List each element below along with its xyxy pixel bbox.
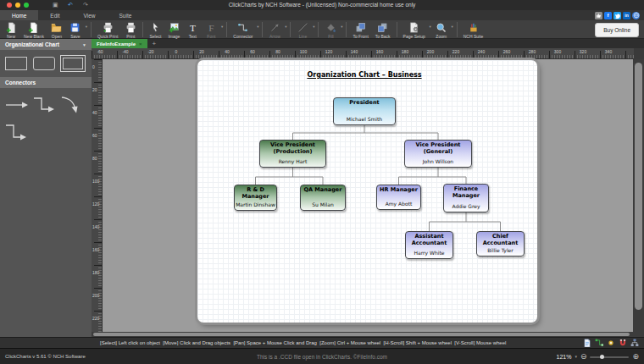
ruler-label: 300 (554, 49, 561, 54)
connector-curved-arrow[interactable] (59, 93, 86, 116)
open-folder-icon (51, 22, 62, 33)
org-node-vp-production[interactable]: Vice President (Production) Renny Hart (259, 140, 326, 168)
save-button[interactable]: Save ▾ (66, 21, 85, 38)
zoom-dropdown-icon[interactable]: ▾ (451, 25, 452, 29)
zoom-level-value[interactable]: 121% (556, 354, 571, 360)
ruler-label: 340 (605, 49, 612, 54)
zoom-slider[interactable] (590, 353, 629, 361)
connector-straight-arrow[interactable] (3, 93, 30, 116)
zoom-level-dropdown-icon[interactable]: ▾ (575, 354, 577, 359)
shape-rectangle[interactable] (5, 57, 27, 70)
fill-dropdown-icon[interactable]: ▾ (341, 25, 342, 29)
connector-button[interactable]: Connector ▾ (230, 21, 256, 38)
print-button[interactable]: Print (121, 21, 140, 38)
save-dropdown-icon[interactable]: ▾ (86, 25, 87, 29)
ruler-label: 320 (580, 49, 586, 54)
layout-sitemap-icon[interactable] (630, 339, 639, 347)
shape-palette (0, 50, 92, 77)
org-node-finance-manager[interactable]: Finance Manager Addie Grey (443, 184, 489, 212)
facebook-icon[interactable]: f (604, 12, 612, 19)
org-node-vp-general[interactable]: Vice President (General) John Willson (404, 140, 472, 168)
font-button[interactable]: F Font ▾ (202, 21, 220, 38)
node-name: Su Milan (312, 202, 334, 207)
buy-online-button[interactable]: Buy Online (595, 23, 639, 37)
arrow-dropdown-icon[interactable]: ▾ (285, 25, 286, 29)
twitter-icon[interactable] (613, 12, 621, 19)
zoom-out-icon[interactable]: ⊖ (580, 353, 587, 361)
ruler-label: -60 (97, 49, 103, 54)
new-blank-button[interactable]: New Blank (20, 21, 47, 38)
line-dropdown-icon[interactable]: ▾ (313, 25, 314, 29)
connector-elbow-arrow[interactable] (31, 93, 58, 116)
ruler-label: 220 (452, 49, 459, 54)
font-icon: F (206, 22, 217, 33)
node-title: R & D Manager (236, 187, 275, 200)
website-globe-icon[interactable] (632, 12, 640, 19)
fill-bucket-icon (325, 22, 336, 33)
connectors-header[interactable]: Connectors (0, 77, 92, 88)
snap-magnet-icon[interactable] (619, 339, 627, 347)
menu-home[interactable]: Home (0, 10, 38, 20)
vertical-scrollbar-thumb[interactable] (635, 63, 642, 310)
ruler-label: 160 (376, 49, 383, 54)
tab-close-icon[interactable]: × (139, 41, 142, 47)
image-button[interactable]: Image (164, 21, 183, 38)
nch-suite-button[interactable]: NCH Suite (460, 21, 487, 38)
to-front-button[interactable]: To Front (349, 21, 371, 38)
fill-button[interactable]: Fill ▾ (321, 21, 340, 38)
page-setup-dropdown-icon[interactable]: ▾ (429, 25, 430, 29)
font-dropdown-icon[interactable]: ▾ (221, 25, 223, 29)
line-button[interactable]: Line ▾ (293, 21, 312, 38)
node-name: Martin Dinshaw (236, 202, 275, 207)
auto-connect-icon[interactable] (595, 339, 603, 347)
print-icon (125, 22, 136, 33)
connector-elbow-arrow-2[interactable] (3, 121, 30, 144)
settings-gear-icon[interactable] (607, 339, 615, 347)
connector-dropdown-icon[interactable]: ▾ (257, 25, 258, 29)
quick-print-button[interactable]: Quick Print (94, 21, 121, 38)
org-node-rd-manager[interactable]: R & D Manager Martin Dinshaw (234, 185, 277, 211)
connector-palette (0, 88, 92, 149)
zoom-in-icon[interactable]: ⊕ (632, 353, 639, 361)
arrow-button[interactable]: Arrow ▾ (265, 21, 284, 38)
horizontal-scrollbar-thumb[interactable] (93, 333, 630, 336)
to-front-icon (355, 22, 366, 33)
node-title: Chief Accountant (478, 234, 523, 246)
select-button[interactable]: Select (146, 21, 164, 38)
document-page[interactable]: Organization Chart – Business President … (197, 60, 537, 323)
org-node-qa-manager[interactable]: QA Manager Su Milan (300, 185, 346, 211)
shape-category-header[interactable]: Organizational Chart ▼ (0, 39, 92, 50)
toolbar-separator (142, 22, 143, 37)
document-tab-bar: FileInfoExample × + (92, 39, 644, 48)
org-node-president[interactable]: President Michael Smith (333, 97, 396, 125)
shape-rectangle-selected[interactable] (63, 58, 83, 69)
document-info-icon[interactable] (583, 339, 591, 347)
zoom-slider-knob[interactable] (600, 355, 604, 359)
zoom-slider-track (590, 356, 629, 358)
vertical-scrollbar[interactable] (633, 59, 644, 332)
text-icon: T (187, 22, 198, 33)
page-setup-button[interactable]: Page Setup ▾ (400, 21, 429, 38)
org-node-hr-manager[interactable]: HR Manager Amy Abott (376, 185, 421, 210)
ruler-label: 240 (478, 49, 485, 54)
like-icon[interactable] (595, 12, 602, 19)
open-button[interactable]: Open (47, 21, 66, 38)
org-node-chief-accountant[interactable]: Chief Accountant Billie Tyler (476, 231, 525, 256)
new-button[interactable]: New (2, 21, 20, 38)
zoom-button[interactable]: Zoom ▾ (432, 21, 451, 38)
menu-view[interactable]: View (72, 10, 108, 20)
text-button[interactable]: T Text (183, 21, 202, 38)
window-title: ClickCharts by NCH Software - (Unlicense… (0, 2, 644, 8)
new-tab-button[interactable]: + (147, 39, 162, 48)
menu-suite[interactable]: Suite (108, 10, 144, 20)
ruler-label: 0 (175, 49, 178, 54)
toolbar-separator (397, 22, 397, 37)
title-bar: ▣ ↶ ↷ ClickCharts by NCH Software - (Unl… (0, 0, 644, 10)
menu-edit[interactable]: Edit (38, 10, 71, 20)
nch-suite-icon (468, 22, 479, 33)
shape-rounded-rectangle[interactable] (33, 57, 55, 70)
org-node-assistant-accountant[interactable]: Assistant Accountant Harry White (405, 231, 453, 259)
to-back-button[interactable]: To Back (372, 21, 394, 38)
tab-fileinfoexample[interactable]: FileInfoExample × (92, 39, 147, 48)
linkedin-icon[interactable]: in (623, 12, 630, 19)
